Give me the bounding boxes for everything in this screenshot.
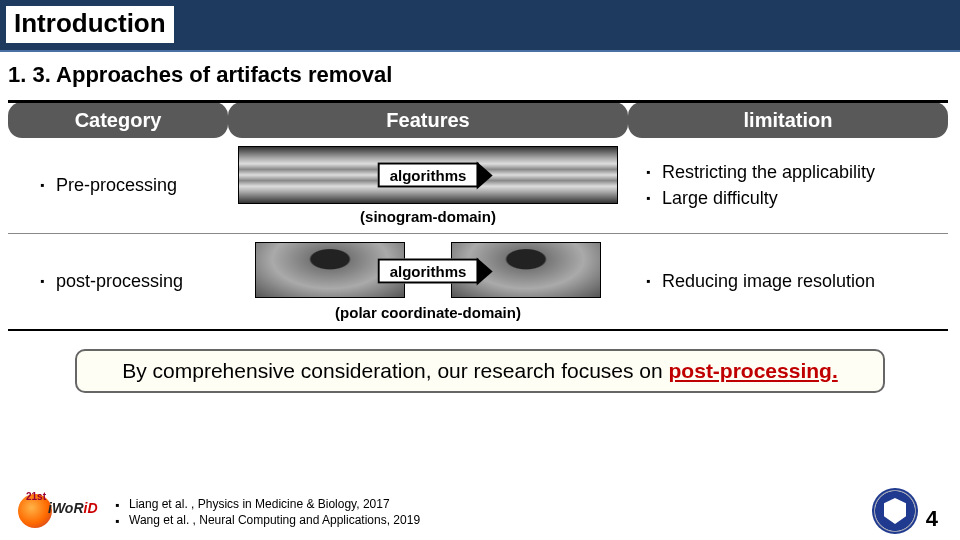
feature-caption: (polar coordinate-domain) [238,304,618,321]
limitation-item: Restricting the applicability [646,160,938,185]
callout-text: By comprehensive consideration, our rese… [122,359,668,382]
limitation-item: Reducing image resolution [646,269,938,294]
table-row: post-processing algorithms (polar coordi… [8,234,948,331]
polar-images: algorithms [238,242,618,300]
limitation-item: Large difficulty [646,186,938,211]
references: Liang et al. , Physics in Medicine & Bio… [115,496,420,528]
header-bar: Introduction IWORID 2019 [0,0,960,52]
algorithms-badge: algorithms [378,259,479,284]
reference-item: Liang et al. , Physics in Medicine & Bio… [115,496,420,512]
shield-icon [884,498,906,524]
university-seal [872,488,918,534]
callout-highlight: post-processing. [669,359,838,382]
slide-title-wrap: Introduction [6,6,174,43]
logo-year: 21st [26,491,46,502]
conclusion-callout: By comprehensive consideration, our rese… [75,349,885,393]
category-label: Pre-processing [40,173,218,198]
category-label: post-processing [40,269,218,294]
page-number: 4 [926,506,938,532]
reference-item: Wang et al. , Neural Computing and Appli… [115,512,420,528]
logo-text: iWoRiD [48,500,98,516]
col-limitation: limitation [628,102,948,139]
col-features: Features [228,102,628,139]
feature-caption: (sinogram-domain) [238,208,618,225]
workshop-logo: 21st iWoRiD [14,488,102,534]
section-subtitle: 1. 3. Approaches of artifacts removal [0,52,960,94]
approaches-table: Category Features limitation Pre-process… [8,100,948,331]
sinogram-image: algorithms [238,146,618,204]
slide-title: Introduction [14,8,166,38]
col-category: Category [8,102,228,139]
algorithms-badge: algorithms [378,163,479,188]
table-row: Pre-processing algorithms (sinogram-doma… [8,138,948,234]
